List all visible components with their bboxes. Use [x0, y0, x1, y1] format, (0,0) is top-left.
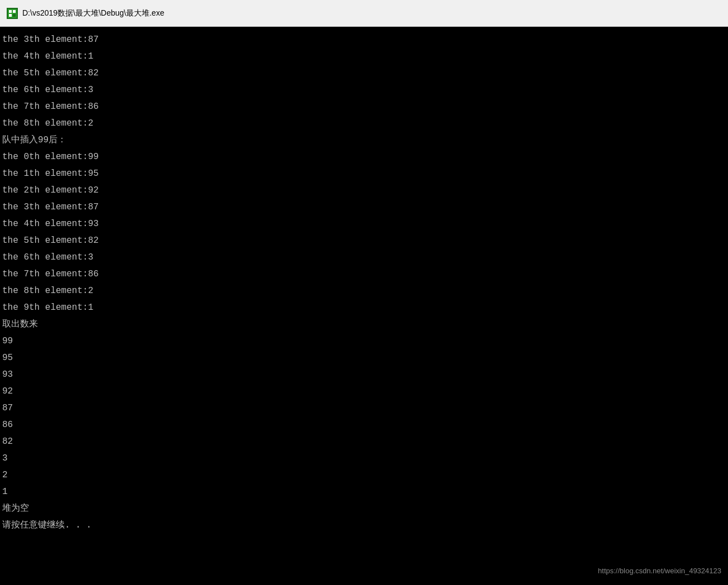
- console-line: 95: [2, 349, 726, 366]
- console-line: 取出数来: [2, 316, 726, 333]
- console-line: the 2th element:92: [2, 182, 726, 199]
- console-line: the 8th element:2: [2, 115, 726, 132]
- svg-rect-3: [13, 10, 16, 13]
- console-line: the 3th element:87: [2, 31, 726, 48]
- console-line: 请按任意键继续. . .: [2, 517, 726, 534]
- console-line: the 6th element:3: [2, 249, 726, 266]
- console-line: the 0th element:99: [2, 148, 726, 165]
- console-line: the 9th element:1: [2, 299, 726, 316]
- console-line: 92: [2, 383, 726, 400]
- title-bar: D:\vs2019数据\最大堆\Debug\最大堆.exe: [0, 0, 728, 27]
- console-line: 队中插入99后：: [2, 132, 726, 148]
- console-lines: the 3th element:87the 4th element:1the 5…: [2, 31, 726, 534]
- console-line: the 5th element:82: [2, 65, 726, 81]
- console-line: 堆为空: [2, 500, 726, 517]
- console-line: the 8th element:2: [2, 282, 726, 299]
- console-line: 1: [2, 483, 726, 500]
- console-line: 3: [2, 450, 726, 467]
- console-line: the 5th element:82: [2, 232, 726, 249]
- console-line: 87: [2, 400, 726, 416]
- console-line: the 1th element:95: [2, 165, 726, 182]
- console-line: 99: [2, 333, 726, 349]
- console-line: 2: [2, 467, 726, 483]
- console-line: 86: [2, 416, 726, 433]
- console-output: the 3th element:87the 4th element:1the 5…: [0, 27, 728, 585]
- console-line: 82: [2, 433, 726, 450]
- console-line: the 4th element:1: [2, 48, 726, 65]
- console-line: the 7th element:86: [2, 266, 726, 282]
- console-line: the 4th element:93: [2, 215, 726, 232]
- console-line: the 3th element:87: [2, 199, 726, 215]
- app-icon: [7, 8, 18, 19]
- console-line: the 7th element:86: [2, 98, 726, 115]
- watermark: https://blog.csdn.net/weixin_49324123: [598, 563, 721, 579]
- svg-rect-4: [9, 14, 12, 17]
- svg-rect-5: [13, 14, 16, 17]
- console-line: 93: [2, 366, 726, 383]
- window-title: D:\vs2019数据\最大堆\Debug\最大堆.exe: [22, 8, 164, 18]
- console-line: the 6th element:3: [2, 81, 726, 98]
- svg-rect-2: [9, 10, 12, 13]
